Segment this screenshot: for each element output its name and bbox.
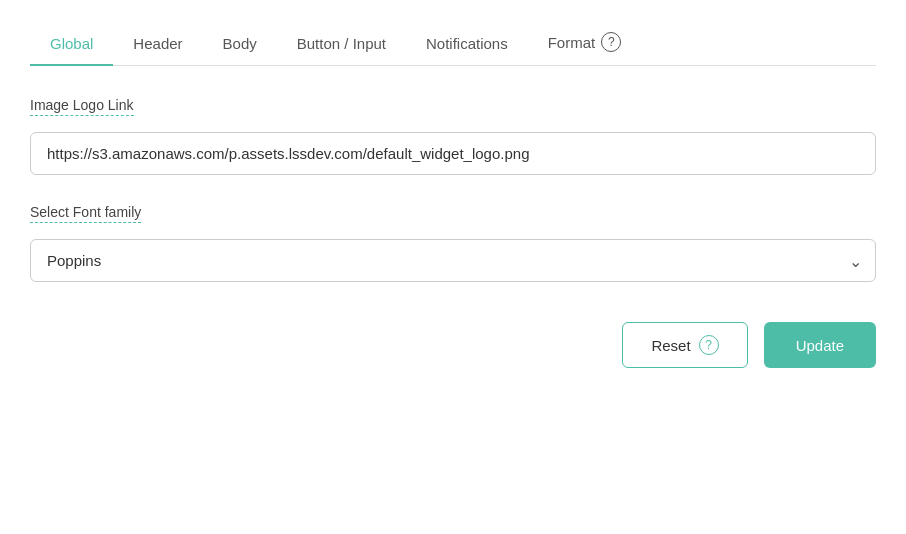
tab-format[interactable]: Format ? <box>528 20 642 66</box>
tab-button-input[interactable]: Button / Input <box>277 23 406 66</box>
image-logo-input[interactable] <box>30 132 876 175</box>
format-help-icon: ? <box>601 32 621 52</box>
image-logo-section: Image Logo Link <box>30 96 876 175</box>
tab-body[interactable]: Body <box>203 23 277 66</box>
tab-notifications[interactable]: Notifications <box>406 23 528 66</box>
tab-global[interactable]: Global <box>30 23 113 66</box>
font-family-select[interactable]: PoppinsRobotoOpen SansLatoMontserratOswa… <box>30 239 876 282</box>
update-button[interactable]: Update <box>764 322 876 368</box>
font-family-label: Select Font family <box>30 204 141 223</box>
reset-label: Reset <box>651 337 690 354</box>
tab-header[interactable]: Header <box>113 23 202 66</box>
main-container: Global Header Body Button / Input Notifi… <box>0 0 906 388</box>
font-family-dropdown-wrapper: PoppinsRobotoOpen SansLatoMontserratOswa… <box>30 239 876 282</box>
reset-help-icon: ? <box>699 335 719 355</box>
actions-bar: Reset ? Update <box>30 322 876 368</box>
tabs-bar: Global Header Body Button / Input Notifi… <box>30 20 876 66</box>
font-family-section: Select Font family PoppinsRobotoOpen San… <box>30 203 876 282</box>
image-logo-label: Image Logo Link <box>30 97 134 116</box>
tab-format-label: Format <box>548 34 596 51</box>
reset-button[interactable]: Reset ? <box>622 322 747 368</box>
